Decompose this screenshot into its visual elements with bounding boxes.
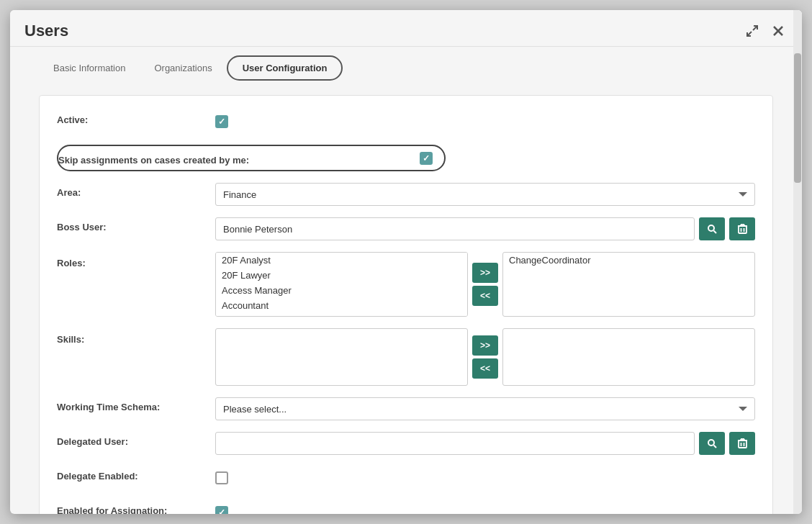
- area-label: Area:: [57, 183, 215, 198]
- active-row: Active:: [57, 110, 755, 133]
- skills-control: >> <<: [215, 328, 755, 386]
- skip-row: Skip assignments on cases created by me:: [57, 145, 755, 171]
- tab-basic-information[interactable]: Basic Information: [39, 55, 140, 81]
- expand-button[interactable]: [743, 22, 762, 40]
- skills-arrows: >> <<: [472, 328, 498, 386]
- svg-line-14: [714, 446, 717, 448]
- enabled-assignation-control: [215, 501, 755, 514]
- skills-selected-list[interactable]: [502, 328, 755, 386]
- roles-control: 20F Analyst 20F Lawyer Access Manager Ac…: [215, 252, 755, 317]
- users-modal: Users Basic Information Organizations: [10, 10, 802, 514]
- modal-header: Users: [10, 10, 802, 47]
- working-time-row: Working Time Schema: Please select...: [57, 397, 755, 420]
- roles-move-left-button[interactable]: <<: [472, 286, 498, 306]
- list-item[interactable]: Access Manager: [216, 283, 467, 298]
- area-select[interactable]: Finance IT HR Operations: [215, 183, 755, 206]
- delegated-user-delete-button[interactable]: [729, 432, 755, 455]
- tab-organizations[interactable]: Organizations: [140, 55, 226, 81]
- skills-available-list[interactable]: [215, 328, 468, 386]
- scrollbar-track[interactable]: [793, 10, 802, 514]
- delegate-enabled-checkbox[interactable]: [215, 471, 228, 484]
- enabled-assignation-label: Enabled for Assignation:: [57, 501, 215, 514]
- working-time-label: Working Time Schema:: [57, 397, 215, 412]
- roles-label: Roles:: [57, 252, 215, 317]
- svg-point-4: [708, 225, 714, 231]
- tab-user-configuration[interactable]: User Configuration: [227, 55, 343, 81]
- active-label: Active:: [57, 110, 215, 125]
- close-button[interactable]: [769, 22, 788, 40]
- skills-move-right-button[interactable]: >>: [472, 335, 498, 356]
- enabled-assignation-checkbox[interactable]: [215, 506, 228, 514]
- delegated-user-input-row: [215, 432, 755, 455]
- skip-checkbox[interactable]: [420, 152, 433, 165]
- svg-line-5: [714, 231, 717, 234]
- delegated-user-control: [215, 432, 755, 455]
- roles-dual-list: 20F Analyst 20F Lawyer Access Manager Ac…: [215, 252, 755, 317]
- list-item[interactable]: 20F Analyst: [216, 253, 467, 268]
- active-control: [215, 110, 755, 133]
- svg-rect-15: [739, 441, 746, 448]
- roles-selected-list[interactable]: ChangeCoordinator: [502, 252, 755, 317]
- delegated-user-label: Delegated User:: [57, 432, 215, 447]
- header-actions: [743, 22, 788, 40]
- skills-move-left-button[interactable]: <<: [472, 358, 498, 379]
- delegate-enabled-label: Delegate Enabled:: [57, 466, 215, 482]
- roles-row: Roles: 20F Analyst 20F Lawyer Access Man…: [57, 252, 755, 317]
- scrollbar-thumb: [794, 53, 801, 183]
- delegated-user-search-button[interactable]: [699, 432, 725, 455]
- working-time-control: Please select...: [215, 397, 755, 420]
- svg-rect-6: [739, 226, 746, 233]
- skip-label: Skip assignments on cases created by me:: [58, 150, 420, 166]
- active-checkbox[interactable]: [215, 115, 228, 128]
- skip-wrap: Skip assignments on cases created by me:: [57, 145, 446, 171]
- delegate-enabled-row: Delegate Enabled:: [57, 466, 755, 489]
- skills-dual-list: >> <<: [215, 328, 755, 386]
- working-time-select[interactable]: Please select...: [215, 397, 755, 420]
- list-item[interactable]: Accounting Assistant: [216, 313, 467, 317]
- tabs-bar: Basic Information Organizations User Con…: [10, 47, 802, 81]
- svg-point-13: [708, 440, 714, 446]
- boss-user-row: Boss User:: [57, 217, 755, 240]
- modal-body: Active: Skip assignments on cases create…: [10, 81, 802, 514]
- list-item[interactable]: 20F Lawyer: [216, 268, 467, 283]
- area-control: Finance IT HR Operations: [215, 183, 755, 206]
- boss-user-label: Boss User:: [57, 217, 215, 232]
- boss-user-control: [215, 217, 755, 240]
- skills-label: Skills:: [57, 328, 215, 386]
- boss-user-input[interactable]: [215, 217, 695, 240]
- area-row: Area: Finance IT HR Operations: [57, 183, 755, 206]
- list-item[interactable]: ChangeCoordinator: [503, 253, 754, 268]
- roles-move-right-button[interactable]: >>: [472, 263, 498, 283]
- boss-user-delete-button[interactable]: [729, 217, 755, 240]
- boss-user-input-row: [215, 217, 755, 240]
- delegated-user-row: Delegated User:: [57, 432, 755, 455]
- modal-title: Users: [24, 22, 68, 40]
- list-item[interactable]: Accountant: [216, 298, 467, 313]
- skills-row: Skills: >> <<: [57, 328, 755, 386]
- roles-arrows: >> <<: [472, 252, 498, 317]
- boss-user-search-button[interactable]: [699, 217, 725, 240]
- roles-available-list[interactable]: 20F Analyst 20F Lawyer Access Manager Ac…: [215, 252, 468, 317]
- enabled-assignation-row: Enabled for Assignation:: [57, 501, 755, 514]
- form-section: Active: Skip assignments on cases create…: [39, 95, 773, 514]
- delegate-enabled-control: [215, 466, 755, 489]
- delegated-user-input[interactable]: [215, 432, 695, 455]
